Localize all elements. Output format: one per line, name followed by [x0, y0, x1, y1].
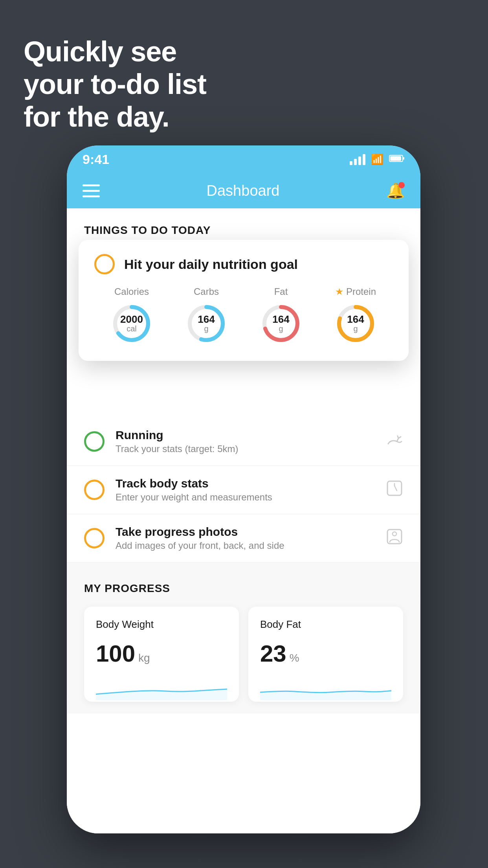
todo-item-photos[interactable]: Take progress photos Add images of your … [67, 514, 420, 563]
things-today-header: THINGS TO DO TODAY [67, 208, 420, 245]
fat-unit: g [272, 324, 289, 333]
svg-line-13 [394, 486, 397, 491]
todo-name-photos: Take progress photos [116, 525, 375, 539]
status-time: 9:41 [83, 152, 109, 167]
body-weight-chart [96, 677, 227, 700]
protein-unit: g [347, 324, 364, 333]
notification-badge [398, 182, 405, 188]
wifi-icon: 📶 [371, 153, 383, 166]
todo-circle-body-stats [84, 480, 105, 500]
carbs-label: Carbs [194, 286, 219, 297]
body-fat-value-row: 23 % [260, 640, 391, 667]
progress-header: MY PROGRESS [84, 582, 403, 595]
todo-name-body-stats: Track body stats [116, 477, 375, 490]
body-weight-title: Body Weight [96, 618, 227, 631]
person-icon [386, 528, 403, 549]
svg-rect-1 [403, 157, 404, 160]
stat-carbs: Carbs 164 g [185, 286, 228, 345]
hero-text: Quickly see your to-do list for the day. [24, 35, 206, 133]
protein-value: 164 [347, 314, 364, 324]
calories-donut: 2000 cal [110, 302, 153, 345]
nav-title: Dashboard [207, 182, 280, 199]
body-fat-unit: % [290, 652, 299, 664]
body-weight-card[interactable]: Body Weight 100 kg [84, 607, 239, 702]
battery-icon [389, 153, 405, 166]
nutrition-title: Hit your daily nutrition goal [124, 257, 298, 272]
todo-circle-photos [84, 528, 105, 548]
todo-list: Running Track your stats (target: 5km) T… [67, 417, 420, 563]
phone-shell: 9:41 📶 Dashboard 🔔 [67, 145, 420, 833]
scale-icon [386, 480, 403, 500]
hero-line2: your to-do list [24, 68, 206, 101]
todo-text-photos: Take progress photos Add images of your … [116, 525, 375, 551]
carbs-donut: 164 g [185, 302, 228, 345]
status-bar: 9:41 📶 [67, 145, 420, 173]
hero-line3: for the day. [24, 101, 206, 133]
body-fat-chart [260, 677, 391, 700]
body-fat-value: 23 [260, 640, 286, 667]
star-icon: ★ [335, 286, 344, 297]
protein-donut: 164 g [334, 302, 377, 345]
todo-circle-running [84, 431, 105, 452]
todo-sub-body-stats: Enter your weight and measurements [116, 492, 375, 503]
running-icon [386, 433, 403, 451]
fat-donut: 164 g [259, 302, 303, 345]
body-weight-value-row: 100 kg [96, 640, 227, 667]
progress-section: MY PROGRESS Body Weight 100 kg B [67, 563, 420, 714]
fat-label: Fat [274, 286, 288, 297]
notifications-button[interactable]: 🔔 [386, 182, 405, 199]
nav-bar: Dashboard 🔔 [67, 173, 420, 208]
calories-unit: cal [120, 324, 143, 333]
nutrition-stats: Calories 2000 cal Carbs [94, 286, 393, 345]
carbs-value: 164 [198, 314, 215, 324]
fat-value: 164 [272, 314, 289, 324]
svg-point-15 [393, 532, 396, 536]
todo-sub-photos: Add images of your front, back, and side [116, 540, 375, 551]
body-fat-card[interactable]: Body Fat 23 % [248, 607, 403, 702]
carbs-unit: g [198, 324, 215, 333]
body-fat-title: Body Fat [260, 618, 391, 631]
nutrition-check-circle [94, 254, 115, 274]
body-weight-unit: kg [138, 652, 150, 664]
todo-sub-running: Track your stats (target: 5km) [116, 443, 375, 454]
app-content: THINGS TO DO TODAY Hit your daily nutrit… [67, 208, 420, 833]
stat-calories: Calories 2000 cal [110, 286, 153, 345]
svg-rect-2 [390, 156, 401, 161]
hero-line1: Quickly see [24, 35, 206, 68]
todo-name-running: Running [116, 428, 375, 442]
calories-value: 2000 [120, 314, 143, 324]
status-icons: 📶 [350, 153, 405, 166]
todo-text-running: Running Track your stats (target: 5km) [116, 428, 375, 454]
stat-fat: Fat 164 g [259, 286, 303, 345]
calories-label: Calories [114, 286, 149, 297]
todo-item-body-stats[interactable]: Track body stats Enter your weight and m… [67, 466, 420, 514]
progress-cards: Body Weight 100 kg Body Fat 23 % [84, 607, 403, 702]
signal-icon [350, 153, 365, 165]
todo-item-running[interactable]: Running Track your stats (target: 5km) [67, 417, 420, 466]
body-weight-value: 100 [96, 640, 135, 667]
hamburger-menu[interactable] [83, 184, 100, 197]
todo-text-body-stats: Track body stats Enter your weight and m… [116, 477, 375, 503]
stat-protein: ★ Protein 164 g [334, 286, 377, 345]
nutrition-card-header: Hit your daily nutrition goal [94, 254, 393, 274]
nutrition-card[interactable]: Hit your daily nutrition goal Calories 2… [79, 240, 409, 361]
protein-label: ★ Protein [335, 286, 376, 297]
